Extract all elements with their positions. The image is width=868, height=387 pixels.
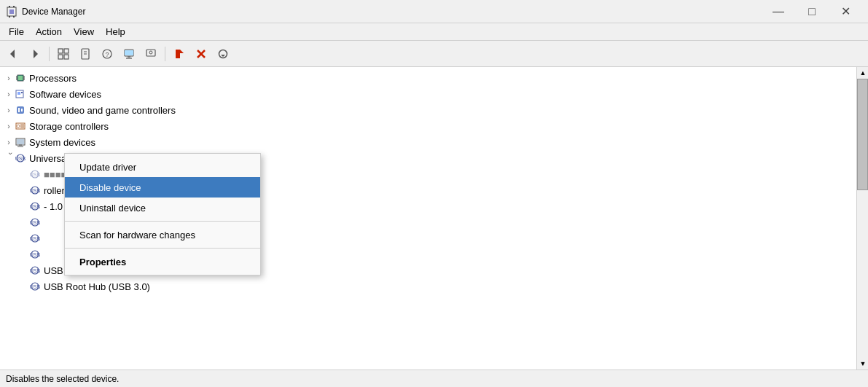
svg-point-22: [149, 51, 152, 54]
usb-child-2-icon: USB: [29, 184, 41, 196]
disable-button[interactable]: [169, 44, 189, 63]
toolbar-sep-1: [49, 47, 50, 61]
processors-label: Processors: [29, 73, 77, 84]
usb-root-hub-30-label: USB Root Hub (USB 3.0): [44, 281, 150, 292]
menu-view[interactable]: View: [68, 25, 100, 39]
menu-action[interactable]: Action: [30, 25, 68, 39]
app-icon: [6, 6, 17, 17]
svg-rect-30: [18, 76, 23, 80]
minimize-button[interactable]: —: [762, 0, 795, 23]
svg-rect-5: [13, 16, 15, 17]
context-update-driver[interactable]: Update driver: [65, 157, 260, 177]
svg-text:USB: USB: [30, 284, 40, 289]
expand-storage[interactable]: ›: [3, 120, 15, 132]
back-button[interactable]: [3, 44, 23, 63]
usb-child-4-icon: USB: [29, 216, 41, 228]
close-button[interactable]: ✕: [829, 0, 862, 23]
svg-rect-42: [21, 109, 23, 112]
uninstall-button[interactable]: [191, 44, 211, 63]
context-properties[interactable]: Properties: [65, 251, 260, 272]
svg-rect-39: [21, 92, 23, 93]
svg-rect-41: [18, 108, 20, 112]
software-devices-label: Software devices: [29, 89, 101, 100]
toolbar-sep-2: [165, 47, 165, 61]
svg-point-44: [17, 125, 20, 128]
usb-child-5-icon: USB: [29, 232, 41, 244]
scroll-thumb[interactable]: [857, 79, 868, 190]
expand-system[interactable]: ›: [3, 136, 15, 148]
svg-text:USB: USB: [15, 156, 26, 161]
svg-text:USB: USB: [30, 172, 40, 177]
usb-child-3-icon: USB: [29, 200, 41, 212]
expand-usb[interactable]: ›: [3, 152, 15, 164]
toolbar: ?: [0, 41, 868, 67]
svg-rect-3: [13, 6, 15, 7]
tree-item-usb-root-hub-30[interactable]: USB USB Root Hub (USB 3.0): [0, 278, 856, 294]
usb-icon: USB: [15, 152, 26, 164]
usb-child-6-icon: USB: [29, 249, 41, 260]
svg-rect-49: [17, 139, 24, 144]
usb-child-1-icon: USB: [29, 168, 41, 180]
properties-button[interactable]: [53, 44, 74, 63]
window-title: Device Manager: [22, 7, 762, 17]
refresh-button[interactable]: [213, 44, 233, 63]
svg-marker-6: [10, 50, 15, 58]
context-menu: Update driver Disable device Uninstall d…: [64, 153, 261, 275]
status-text: Disables the selected device.: [6, 374, 119, 384]
title-bar: Device Manager — □ ✕: [0, 0, 868, 23]
computer-button[interactable]: [119, 44, 139, 63]
context-scan-hardware[interactable]: Scan for hardware changes: [65, 224, 260, 245]
svg-text:USB: USB: [30, 268, 40, 273]
svg-rect-4: [9, 16, 10, 17]
context-disable-device[interactable]: Disable device: [65, 177, 260, 198]
forward-button[interactable]: [25, 44, 45, 63]
expand-processors[interactable]: ›: [3, 72, 15, 84]
help-button[interactable]: ?: [97, 44, 117, 63]
update-driver-button[interactable]: [75, 44, 95, 63]
svg-text:?: ?: [105, 51, 109, 58]
system-label: System devices: [29, 137, 95, 148]
scan-button[interactable]: [141, 44, 161, 63]
menu-file[interactable]: File: [3, 25, 30, 39]
tree-item-software-devices[interactable]: › Software devices: [0, 86, 856, 102]
sound-icon: [15, 104, 26, 116]
scroll-up[interactable]: ▲: [857, 67, 868, 79]
status-bar: Disables the selected device.: [0, 370, 868, 387]
maximize-button[interactable]: □: [795, 0, 829, 23]
sound-label: Sound, video and game controllers: [29, 105, 176, 116]
tree-item-processors[interactable]: › Processors: [0, 70, 856, 86]
svg-rect-23: [176, 50, 180, 58]
context-sep-1: [65, 221, 260, 222]
svg-rect-8: [58, 49, 63, 53]
scroll-thumb-track[interactable]: [857, 79, 868, 358]
context-uninstall-device[interactable]: Uninstall device: [65, 198, 260, 218]
svg-rect-10: [58, 55, 63, 59]
tree-item-system[interactable]: › System devices: [0, 134, 856, 150]
context-sep-2: [65, 248, 260, 249]
scroll-down[interactable]: ▼: [857, 358, 868, 370]
svg-text:USB: USB: [30, 188, 40, 193]
software-icon: [15, 88, 26, 100]
scrollbar[interactable]: ▲ ▼: [856, 67, 868, 370]
svg-rect-18: [125, 50, 133, 55]
storage-icon: [15, 120, 26, 132]
svg-marker-7: [34, 50, 38, 58]
svg-rect-21: [146, 50, 155, 56]
tree-item-storage[interactable]: › Storage controllers: [0, 118, 856, 134]
svg-text:USB: USB: [30, 236, 40, 241]
window-controls: — □ ✕: [762, 0, 862, 23]
device-tree[interactable]: › Processors ›: [0, 67, 856, 370]
processors-icon: [15, 72, 26, 84]
svg-text:USB: USB: [30, 252, 40, 257]
usb-root-hub-icon: USB: [29, 265, 41, 276]
expand-sound[interactable]: ›: [3, 104, 15, 116]
svg-rect-9: [64, 49, 69, 53]
tree-item-sound[interactable]: › Sound, video and game controllers: [0, 102, 856, 118]
svg-marker-28: [221, 55, 225, 57]
storage-label: Storage controllers: [29, 121, 109, 132]
expand-software[interactable]: ›: [3, 88, 15, 100]
svg-text:USB: USB: [30, 220, 40, 225]
svg-text:USB: USB: [30, 204, 40, 209]
svg-marker-24: [180, 50, 184, 53]
menu-help[interactable]: Help: [100, 25, 131, 39]
